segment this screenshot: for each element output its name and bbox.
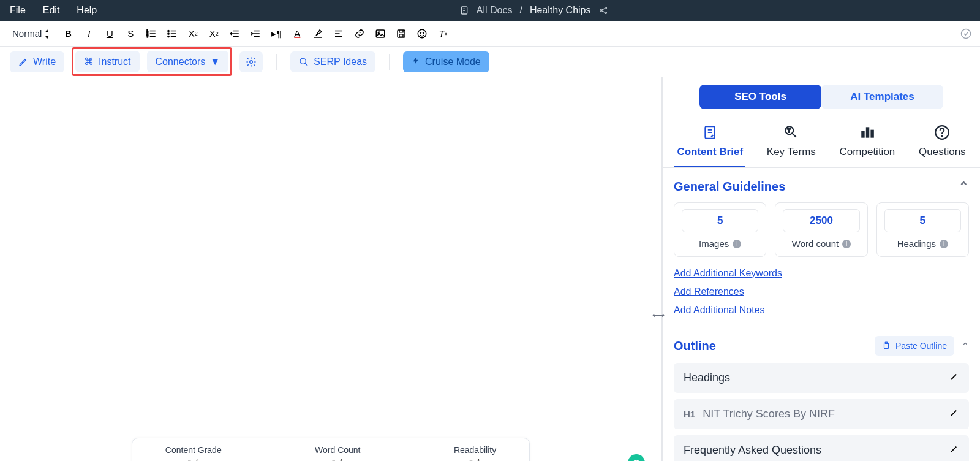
content-brief-icon [701, 124, 718, 141]
tab-questions[interactable]: Questions [916, 119, 968, 167]
separator [276, 54, 277, 70]
tab-competition[interactable]: Competition [837, 119, 898, 167]
bold-button[interactable]: B [61, 27, 75, 40]
breadcrumb-separator: / [519, 5, 522, 16]
paragraph-direction-button[interactable]: ▸¶ [270, 27, 283, 40]
arrow-up-icon: ↑ [339, 456, 344, 461]
edit-icon[interactable] [949, 408, 959, 421]
align-button[interactable] [332, 27, 345, 40]
italic-button[interactable]: I [82, 27, 96, 40]
svg-point-27 [941, 135, 943, 137]
outdent-button[interactable] [228, 27, 241, 40]
cruise-mode-label: Cruise Mode [425, 56, 481, 67]
svg-point-18 [250, 60, 253, 63]
search-icon [299, 57, 309, 67]
paragraph-style-label: Normal [12, 28, 42, 39]
document-icon [459, 6, 469, 15]
stat-readability: Readability -↑ [454, 445, 496, 462]
svg-rect-25 [870, 130, 873, 138]
chevron-up-icon[interactable]: ⌃ [959, 179, 969, 194]
info-icon[interactable]: i [940, 240, 948, 248]
svg-point-16 [423, 32, 424, 33]
svg-point-19 [300, 58, 306, 64]
tab-seo-tools[interactable]: SEO Tools [699, 85, 821, 109]
connectors-button[interactable]: Connectors ▼ [147, 51, 229, 72]
breadcrumb-all-docs[interactable]: All Docs [477, 5, 513, 16]
svg-point-14 [418, 29, 427, 38]
check-icon[interactable] [959, 27, 973, 40]
indent-button[interactable] [249, 27, 262, 40]
paste-outline-button[interactable]: Paste Outline [875, 336, 954, 356]
command-icon: ⌘ [84, 56, 94, 67]
share-icon[interactable] [598, 6, 608, 15]
tab-key-terms[interactable]: T Key Terms [764, 119, 818, 167]
grammarly-icon[interactable]: G [628, 454, 645, 461]
images-label: Images [699, 238, 729, 249]
emoji-button[interactable] [415, 27, 429, 40]
stat-divider [407, 446, 407, 461]
headings-label: Headings [897, 238, 936, 249]
text-color-button[interactable]: A [290, 27, 304, 40]
tab-ai-templates[interactable]: AI Templates [821, 85, 943, 109]
connectors-label: Connectors [156, 56, 206, 67]
stat-content-grade: Content Grade -↑ [165, 445, 222, 462]
outline-row-h1[interactable]: H1 NIT Trichy Scores By NIRF [674, 399, 969, 429]
strikethrough-button[interactable]: S [124, 27, 137, 40]
competition-icon [859, 124, 876, 141]
underline-button[interactable]: U [103, 27, 116, 40]
info-icon[interactable]: i [733, 240, 741, 248]
images-value[interactable]: 5 [682, 209, 758, 232]
toggle-row: SEO Tools AI Templates [663, 77, 980, 115]
highlight-color-button[interactable] [311, 27, 325, 40]
svg-point-2 [605, 7, 606, 9]
superscript-button[interactable]: X2 [207, 27, 221, 40]
headings-value[interactable]: 5 [884, 209, 961, 232]
word-count-label: Word count [792, 238, 839, 249]
menu-help[interactable]: Help [77, 5, 97, 16]
unordered-list-button[interactable] [165, 27, 179, 40]
menu-file[interactable]: File [10, 5, 26, 16]
outline-row-faq[interactable]: Frequently Asked Questions [674, 435, 969, 461]
svg-rect-10 [377, 30, 385, 37]
link-add-references[interactable]: Add References [674, 286, 969, 297]
cruise-mode-button[interactable]: Cruise Mode [403, 51, 489, 72]
ordered-list-button[interactable]: 123 [145, 27, 158, 40]
link-button[interactable] [353, 27, 366, 40]
outline-row-headings[interactable]: Headings [674, 363, 969, 393]
updown-icon: ▴▾ [45, 27, 49, 40]
card-headings: 5 Headingsi [876, 202, 969, 257]
settings-button[interactable] [239, 51, 263, 72]
save-button[interactable] [394, 27, 408, 40]
link-add-notes[interactable]: Add Additional Notes [674, 305, 969, 316]
clipboard-icon [882, 341, 891, 350]
subscript-button[interactable]: X2 [186, 27, 200, 40]
svg-point-3 [605, 12, 606, 14]
editor-canvas[interactable]: ⟷ G Content Grade -↑ Word Count -↑ Reada… [0, 77, 662, 461]
general-guidelines-header[interactable]: General Guidelines ⌃ [674, 179, 969, 194]
resize-handle-icon[interactable]: ⟷ [652, 310, 665, 320]
tab-content-brief[interactable]: Content Brief [674, 119, 745, 167]
clear-formatting-button[interactable]: Tx [436, 27, 450, 40]
instruct-button[interactable]: ⌘ Instruct [75, 51, 139, 72]
write-button[interactable]: Write [10, 51, 64, 72]
outline-header: Outline Paste Outline ⌃ [674, 326, 969, 363]
image-button[interactable] [374, 27, 387, 40]
svg-point-17 [962, 29, 971, 38]
svg-point-15 [420, 32, 421, 33]
chevron-up-icon[interactable]: ⌃ [962, 341, 969, 351]
svg-rect-13 [399, 34, 403, 37]
link-add-keywords[interactable]: Add Additional Keywords [674, 268, 969, 279]
word-count-value[interactable]: 2500 [783, 209, 859, 232]
general-guidelines-title: General Guidelines [674, 180, 785, 194]
edit-icon[interactable] [949, 371, 959, 384]
serp-ideas-button[interactable]: SERP Ideas [290, 51, 375, 72]
info-icon[interactable]: i [842, 240, 851, 248]
arrow-up-icon: ↑ [195, 456, 199, 461]
breadcrumb-doc-title[interactable]: Healthy Chips [530, 5, 591, 16]
write-label: Write [33, 56, 56, 67]
svg-point-1 [600, 10, 601, 12]
edit-icon[interactable] [949, 444, 959, 457]
paragraph-style-picker[interactable]: Normal ▴▾ [7, 25, 54, 43]
menu-edit[interactable]: Edit [43, 5, 60, 16]
h1-text: NIT Trichy Scores By NIRF [703, 408, 835, 421]
